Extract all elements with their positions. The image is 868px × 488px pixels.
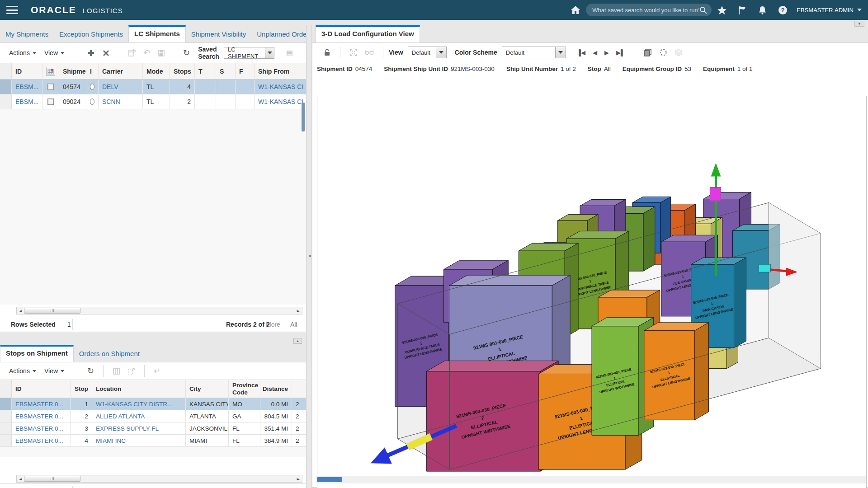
- undo-icon[interactable]: ↶: [143, 49, 150, 57]
- col-id[interactable]: ID: [12, 380, 71, 398]
- table-row[interactable]: EBSMASTER.0... 2 ALLIED ATLANTA ATLANTA …: [0, 410, 306, 422]
- col-stop[interactable]: Stop: [71, 380, 92, 398]
- row-radio[interactable]: [90, 99, 94, 105]
- stop-id-link[interactable]: EBSMASTER.0...: [15, 437, 63, 444]
- favorites-star-icon[interactable]: [717, 5, 727, 15]
- location-link[interactable]: W1-KANSAS CITY DISTR...: [96, 401, 172, 408]
- shipment-id-link[interactable]: EBSM...: [15, 98, 38, 105]
- cube-icon[interactable]: [675, 48, 683, 56]
- col-i[interactable]: I: [86, 63, 99, 79]
- stop-id-link[interactable]: EBSMASTER.0...: [15, 425, 63, 432]
- carrier-link[interactable]: DELV: [102, 83, 118, 90]
- home-icon[interactable]: [571, 5, 580, 14]
- detach-icon[interactable]: [113, 367, 120, 375]
- panel-collapse-button[interactable]: ▲: [293, 338, 302, 344]
- view-dropdown[interactable]: Default: [408, 47, 447, 58]
- help-icon[interactable]: ?: [778, 5, 788, 15]
- scroll-left-icon[interactable]: ◄: [17, 477, 24, 481]
- refresh-icon[interactable]: ↻: [87, 367, 94, 375]
- vertical-splitter[interactable]: ◄: [306, 25, 312, 488]
- actions-menu[interactable]: Actions: [9, 49, 36, 56]
- flag-icon[interactable]: [738, 5, 747, 15]
- next-icon[interactable]: ▶: [604, 49, 609, 56]
- layers-icon[interactable]: [643, 48, 652, 56]
- load-3d-scene[interactable]: 921MS-003-030_PIECE1CONFERENCE TABLEUPRI…: [317, 96, 866, 488]
- previous-icon[interactable]: ◀: [593, 49, 597, 56]
- table-row[interactable]: EBSMASTER.0... 1 W1-KANSAS CITY DISTR...…: [0, 398, 306, 410]
- col-location[interactable]: Location: [92, 380, 186, 398]
- col-ship-from[interactable]: Ship From: [255, 63, 306, 79]
- location-link[interactable]: ALLIED ATLANTA: [96, 413, 145, 420]
- tab-my-shipments[interactable]: My Shipments: [0, 26, 54, 42]
- table-row[interactable]: EBSM... 09024 SCNN TL 2 W1-KANSAS CI: [0, 94, 306, 109]
- color-scheme-dropdown[interactable]: Default: [502, 47, 566, 58]
- actions-menu[interactable]: Actions: [9, 367, 36, 375]
- view-menu[interactable]: View: [44, 49, 64, 56]
- col-stops[interactable]: Stops: [170, 63, 195, 79]
- tab-exception-shipments[interactable]: Exception Shipments: [54, 26, 128, 42]
- col-t[interactable]: T: [195, 63, 216, 79]
- expand-icon[interactable]: [127, 367, 135, 375]
- col-distance[interactable]: Distance: [260, 380, 292, 398]
- save-icon[interactable]: [157, 49, 165, 57]
- scrollbar-thumb[interactable]: [317, 477, 342, 482]
- go-to-icon[interactable]: ↵: [154, 367, 160, 375]
- ship-from-link[interactable]: W1-KANSAS CI: [258, 83, 303, 90]
- tab-shipment-visibility[interactable]: Shipment Visibility: [186, 26, 251, 42]
- rotate-icon[interactable]: [659, 48, 667, 56]
- row-checkbox[interactable]: [47, 84, 54, 90]
- add-icon[interactable]: [87, 49, 95, 57]
- scrollbar-thumb[interactable]: [24, 308, 80, 314]
- row-checkbox[interactable]: [47, 99, 54, 105]
- table-row[interactable]: EBSM... 04574 DELV TL 4 W1-KANSAS CI: [0, 80, 306, 94]
- user-menu-caret-icon[interactable]: [857, 9, 862, 11]
- shipment-id-link[interactable]: EBSM...: [15, 83, 38, 90]
- search-icon[interactable]: [699, 6, 707, 14]
- splitter-arrow-icon[interactable]: ◄: [307, 253, 311, 258]
- query-by-example-icon[interactable]: ▦: [286, 49, 293, 56]
- col-f[interactable]: F: [236, 63, 255, 79]
- first-icon[interactable]: ▐◀: [577, 49, 585, 56]
- table-row[interactable]: EBSMASTER.0... 3 EXPRESS SUPPLY FL JACKS…: [0, 422, 306, 435]
- tab-lc-shipments[interactable]: LC Shipments: [128, 25, 186, 42]
- saved-search-dropdown-button[interactable]: [265, 47, 274, 59]
- tab-3d-load-configuration[interactable]: 3-D Load Configuration View: [316, 25, 420, 42]
- saved-search-dropdown[interactable]: LC SHIPMENT: [224, 47, 274, 59]
- col-city[interactable]: City: [186, 380, 229, 398]
- stop-id-link[interactable]: EBSMASTER.0...: [15, 401, 63, 408]
- location-link[interactable]: MIAMI INC: [96, 437, 126, 444]
- view-menu[interactable]: View: [44, 367, 64, 375]
- scroll-right-icon[interactable]: ►: [295, 309, 302, 313]
- scroll-left-icon[interactable]: ◄: [17, 309, 24, 313]
- refresh-icon[interactable]: ↻: [183, 49, 190, 57]
- shipments-hscrollbar[interactable]: ◄ ►: [16, 307, 302, 314]
- scrollbar-thumb[interactable]: [24, 476, 80, 482]
- last-icon[interactable]: ▶▌: [616, 49, 625, 56]
- location-link[interactable]: EXPRESS SUPPLY FL: [96, 425, 159, 432]
- global-search[interactable]: [586, 4, 712, 16]
- col-map-icon[interactable]: [42, 63, 59, 79]
- records-all-link[interactable]: All: [290, 321, 297, 328]
- global-search-input[interactable]: [592, 7, 699, 14]
- col-id[interactable]: ID: [12, 63, 42, 79]
- ship-from-link[interactable]: W1-KANSAS CI: [258, 98, 303, 105]
- delete-icon[interactable]: [102, 49, 110, 57]
- user-menu[interactable]: EBSMASTER.ADMIN: [797, 7, 854, 14]
- view-dropdown-button[interactable]: [436, 47, 447, 58]
- records-more-link[interactable]: More: [266, 321, 280, 328]
- stops-hscrollbar[interactable]: ◄ ►: [16, 475, 302, 483]
- col-mode[interactable]: Mode: [143, 63, 170, 79]
- detach-icon[interactable]: [128, 49, 136, 57]
- vertical-scrollbar-thumb[interactable]: [302, 103, 305, 131]
- unlock-icon[interactable]: [323, 48, 331, 56]
- load-hscrollbar[interactable]: [316, 476, 866, 483]
- color-scheme-dropdown-button[interactable]: [555, 47, 566, 58]
- carrier-link[interactable]: SCNN: [102, 98, 120, 105]
- 3d-glasses-icon[interactable]: [365, 49, 374, 56]
- row-radio[interactable]: [90, 84, 94, 90]
- notifications-bell-icon[interactable]: [758, 5, 767, 15]
- tab-stops-on-shipment[interactable]: Stops on Shipment: [0, 345, 74, 362]
- scroll-right-icon[interactable]: ►: [295, 477, 302, 481]
- stop-id-link[interactable]: EBSMASTER.0...: [15, 413, 63, 420]
- map-location-icon[interactable]: [46, 67, 55, 76]
